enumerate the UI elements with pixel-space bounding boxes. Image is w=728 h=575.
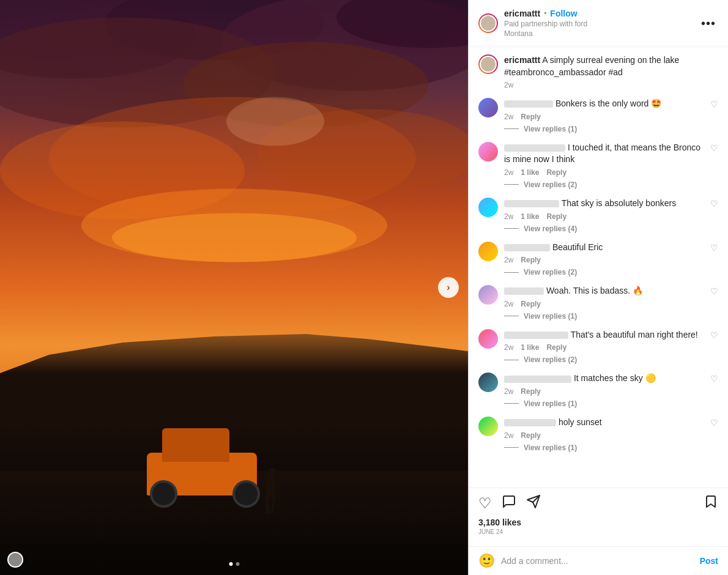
comment-text: It matches the sky 🟡 <box>504 373 704 385</box>
comments-container: Bonkers is the only word 🤩 2w Reply View… <box>478 98 718 451</box>
view-replies-row[interactable]: View replies (1) <box>504 312 704 321</box>
like-button[interactable]: ♡ <box>478 495 492 512</box>
view-replies-text[interactable]: View replies (1) <box>524 443 577 452</box>
comment-body: That's a beautiful man right there! <box>571 330 698 339</box>
svg-point-5 <box>184 42 428 128</box>
commenter-name[interactable] <box>504 332 568 339</box>
view-replies-line <box>504 316 519 316</box>
view-replies-row[interactable]: View replies (1) <box>504 443 704 452</box>
comment-content: That's a beautiful man right there! 2w 1… <box>504 329 704 365</box>
view-replies-line <box>504 360 519 360</box>
comment-body: Bonkers is the only word 🤩 <box>555 98 661 108</box>
view-replies-row[interactable]: View replies (1) <box>504 125 704 133</box>
more-options-button[interactable]: ••• <box>699 14 718 33</box>
comments-panel: ericmattt • Follow Paid partnership with… <box>468 0 728 575</box>
comment-avatar[interactable] <box>478 198 498 217</box>
comment-like-button[interactable]: ♡ <box>710 98 718 109</box>
comment-reply-button[interactable]: Reply <box>521 387 541 396</box>
view-replies-line <box>504 272 519 273</box>
comment-avatar[interactable] <box>478 373 498 392</box>
view-replies-text[interactable]: View replies (2) <box>524 180 577 189</box>
commenter-name[interactable] <box>504 200 559 207</box>
next-image-button[interactable]: › <box>438 277 459 298</box>
commenter-name[interactable] <box>504 244 550 251</box>
comment-text: holy sunset <box>504 417 704 429</box>
water-reflection <box>0 379 468 428</box>
comment-reply-button[interactable]: Reply <box>521 431 541 440</box>
view-replies-text[interactable]: View replies (1) <box>524 125 577 133</box>
poster-username[interactable]: ericmattt <box>504 9 540 18</box>
comment-avatar[interactable] <box>478 329 498 349</box>
comment-like-count: 1 like <box>521 168 539 177</box>
emoji-button[interactable]: 🙂 <box>478 553 495 569</box>
commenter-name[interactable] <box>504 376 571 383</box>
view-replies-row[interactable]: View replies (2) <box>504 355 704 364</box>
comment-reply-button[interactable]: Reply <box>521 300 541 308</box>
commenter-name[interactable] <box>504 100 553 108</box>
caption-username[interactable]: ericmattt <box>504 55 540 65</box>
comment-meta: 2w Reply <box>504 387 704 396</box>
comment-meta: 2w Reply <box>504 300 704 308</box>
view-replies-text[interactable]: View replies (2) <box>524 268 577 276</box>
view-replies-text[interactable]: View replies (1) <box>524 312 577 321</box>
comment-like-button[interactable]: ♡ <box>710 198 718 209</box>
comment-like-button[interactable]: ♡ <box>710 329 718 340</box>
comment-item: That sky is absolutely bonkers 2w 1 like… <box>478 198 718 233</box>
comment-item: Bonkers is the only word 🤩 2w Reply View… <box>478 98 718 133</box>
comment-like-button[interactable]: ♡ <box>710 242 718 253</box>
post-date: JUNE 24 <box>478 529 718 535</box>
image-dots-indicator <box>229 562 239 566</box>
svg-point-9 <box>81 189 387 262</box>
comment-content: Woah. This is badass. 🔥 2w Reply View re… <box>504 285 704 321</box>
comment-like-button[interactable]: ♡ <box>710 285 718 296</box>
comment-avatar[interactable] <box>478 285 498 305</box>
svg-point-4 <box>0 18 275 128</box>
view-replies-row[interactable]: View replies (4) <box>504 224 704 233</box>
comment-avatar[interactable] <box>478 98 498 117</box>
comment-item: holy sunset 2w Reply View replies (1) ♡ <box>478 417 718 452</box>
dot-2 <box>236 562 239 566</box>
view-replies-row[interactable]: View replies (2) <box>504 268 704 276</box>
comment-content: It matches the sky 🟡 2w Reply View repli… <box>504 373 704 408</box>
commenter-name[interactable] <box>504 288 544 295</box>
comment-input[interactable] <box>501 556 700 566</box>
view-replies-text[interactable]: View replies (2) <box>524 355 577 364</box>
view-replies-row[interactable]: View replies (1) <box>504 399 704 408</box>
comment-body: Woah. This is badass. 🔥 <box>546 286 643 295</box>
comment-reply-button[interactable]: Reply <box>521 256 541 264</box>
comment-avatar[interactable] <box>478 417 498 436</box>
comment-item: Woah. This is badass. 🔥 2w Reply View re… <box>478 285 718 321</box>
comment-time: 2w <box>504 168 513 177</box>
comment-like-button[interactable]: ♡ <box>710 142 718 153</box>
comment-reply-button[interactable]: Reply <box>521 113 541 121</box>
comment-avatar[interactable] <box>478 142 498 161</box>
poster-avatar[interactable] <box>478 13 498 33</box>
comment-like-button[interactable]: ♡ <box>710 373 718 384</box>
post-comment-button[interactable]: Post <box>700 556 718 566</box>
follow-button[interactable]: Follow <box>550 9 577 18</box>
comment-reply-button[interactable]: Reply <box>546 168 566 177</box>
likes-count: 3,180 likes <box>478 518 718 527</box>
bookmark-button[interactable] <box>704 494 718 513</box>
comment-time: 2w <box>504 343 513 352</box>
commenter-name[interactable] <box>504 144 565 152</box>
view-replies-text[interactable]: View replies (1) <box>524 399 577 408</box>
comment-reply-button[interactable]: Reply <box>546 212 566 221</box>
svg-point-11 <box>226 97 324 146</box>
comment-button[interactable] <box>502 494 516 513</box>
comment-time: 2w <box>504 431 513 440</box>
comment-time: 2w <box>504 212 513 221</box>
comment-like-button[interactable]: ♡ <box>710 417 718 428</box>
share-button[interactable] <box>526 494 541 513</box>
paid-partnership-label: Paid partnership with ford <box>504 20 699 28</box>
comment-reply-button[interactable]: Reply <box>546 343 566 352</box>
view-replies-text[interactable]: View replies (4) <box>524 224 577 233</box>
dot-separator: • <box>544 9 546 18</box>
comment-avatar[interactable] <box>478 242 498 261</box>
view-replies-row[interactable]: View replies (2) <box>504 180 704 189</box>
svg-point-2 <box>220 0 468 91</box>
caption-avatar[interactable] <box>478 54 498 74</box>
commenter-name[interactable] <box>504 419 556 426</box>
comments-scroll-area[interactable]: ericmattt A simply surreal evening on th… <box>469 47 728 488</box>
comment-body: Beautiful Eric <box>552 242 603 252</box>
